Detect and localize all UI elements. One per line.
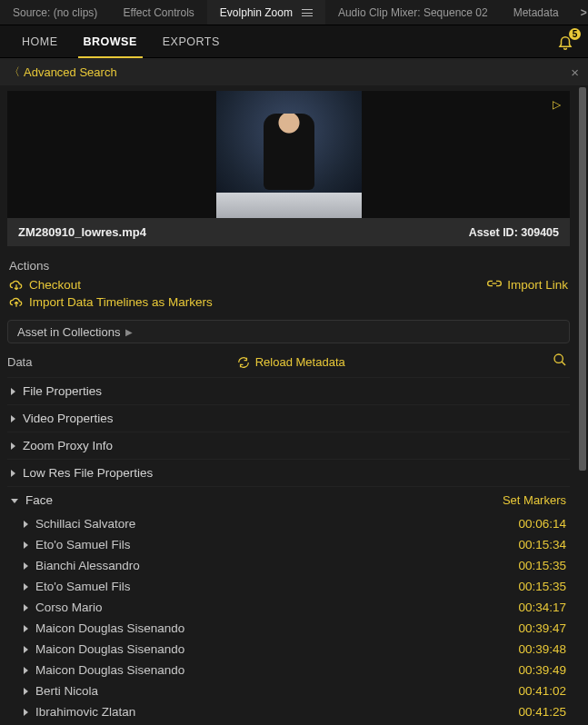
- caret-right-icon: [24, 709, 28, 716]
- reload-icon: [237, 356, 250, 369]
- face-item[interactable]: Ibrahimovic Zlatan00:41:25: [7, 701, 570, 722]
- scrollbar-track[interactable]: [577, 85, 588, 725]
- caret-right-icon: [24, 625, 28, 632]
- face-name: Berti Nicola: [35, 684, 98, 698]
- search-icon: [553, 353, 567, 367]
- notifications-button[interactable]: 5: [557, 34, 573, 50]
- caret-down-icon: [11, 499, 18, 503]
- advanced-search-label: Advanced Search: [24, 65, 117, 79]
- face-timestamp: 00:15:34: [518, 538, 566, 551]
- nav-item[interactable]: EXPORTS: [150, 25, 233, 57]
- caret-right-icon: [24, 646, 28, 653]
- face-name: Maicon Douglas Sisenando: [35, 642, 184, 656]
- caret-right-icon: [24, 521, 28, 528]
- face-timestamp: 00:15:35: [518, 559, 566, 572]
- panel-tab-strip: Source: (no clips)Effect ControlsEvolphi…: [0, 0, 588, 25]
- link-icon: [487, 278, 502, 292]
- group-label: Video Properties: [23, 412, 114, 425]
- advanced-search-back[interactable]: 〈 Advanced Search: [9, 65, 117, 80]
- metadata-group[interactable]: Low Res File Properties: [7, 459, 570, 486]
- svg-point-0: [554, 354, 563, 362]
- face-item[interactable]: Bianchi Alessandro00:15:35: [7, 555, 570, 576]
- face-item[interactable]: Maicon Douglas Sisenando00:39:47: [7, 618, 570, 639]
- panel-tab[interactable]: Effect Controls: [110, 0, 206, 25]
- data-header: Data Reload Metadata: [7, 353, 570, 372]
- caret-right-icon: [11, 415, 15, 422]
- caret-right-icon: [24, 688, 28, 695]
- import-markers-action[interactable]: Import Data Timelines as Markers: [9, 295, 213, 309]
- caret-right-icon: [11, 470, 15, 477]
- notifications-badge: 5: [569, 28, 581, 40]
- metadata-group[interactable]: Video Properties: [7, 404, 570, 432]
- caret-right-icon: [24, 667, 28, 674]
- face-item[interactable]: Maicon Douglas Sisenando00:39:49: [7, 660, 570, 680]
- face-item[interactable]: Eto'o Samuel Fils00:15:35: [7, 576, 570, 597]
- cloud-download-icon: [9, 279, 24, 292]
- face-item[interactable]: Maicon Douglas Sisenando00:39:48: [7, 639, 570, 660]
- panel-tab[interactable]: Source: (no clips): [0, 0, 110, 25]
- face-name: Eto'o Samuel Fils: [35, 580, 131, 593]
- video-thumbnail: [216, 91, 362, 218]
- face-name: Schillaci Salvatore: [35, 517, 135, 531]
- reload-label: Reload Metadata: [255, 355, 345, 369]
- asset-in-collections[interactable]: Asset in Collections ▶: [7, 320, 570, 343]
- reload-metadata-button[interactable]: Reload Metadata: [237, 355, 345, 369]
- import-markers-label: Import Data Timelines as Markers: [29, 295, 213, 309]
- face-name: Corso Mario: [35, 601, 103, 614]
- face-timestamp: 00:41:02: [518, 684, 566, 698]
- face-timestamp: 00:41:25: [518, 705, 566, 719]
- metadata-search-button[interactable]: [550, 353, 570, 372]
- scrollbar-thumb[interactable]: [579, 87, 586, 471]
- close-button[interactable]: ×: [571, 65, 579, 80]
- caret-right-icon: [24, 562, 28, 570]
- checkout-label: Checkout: [29, 278, 81, 292]
- panel-menu-icon[interactable]: [302, 9, 313, 16]
- face-timestamp: 00:15:35: [518, 580, 566, 593]
- group-face[interactable]: Face Set Markers: [7, 486, 570, 513]
- caret-right-icon: [24, 583, 28, 591]
- caret-right-icon: [24, 541, 28, 549]
- checkout-action[interactable]: Checkout: [9, 278, 81, 292]
- data-title: Data: [7, 355, 32, 369]
- panel-tab[interactable]: Metadata: [501, 0, 572, 25]
- group-face-label: Face: [25, 493, 53, 507]
- cloud-upload-icon: [9, 296, 24, 309]
- actions-title: Actions: [0, 250, 577, 276]
- group-label: Zoom Proxy Info: [23, 439, 113, 452]
- panel-tab[interactable]: Evolphin Zoom: [207, 0, 325, 25]
- face-timestamp: 00:06:14: [518, 517, 566, 531]
- caret-right-icon: [24, 604, 28, 611]
- asset-filename: ZM280910_lowres.mp4: [18, 225, 146, 239]
- group-label: Low Res File Properties: [23, 466, 153, 480]
- panel-tab[interactable]: Audio Clip Mixer: Sequence 02: [325, 0, 501, 25]
- advanced-search-bar: 〈 Advanced Search ×: [0, 58, 588, 85]
- nav-item[interactable]: HOME: [9, 25, 71, 57]
- preview-info-bar: ZM280910_lowres.mp4 Asset ID: 309405: [7, 218, 570, 246]
- preview-canvas[interactable]: ▷: [7, 91, 570, 218]
- nav-item[interactable]: BROWSE: [71, 25, 150, 57]
- face-item[interactable]: Eto'o Samuel Fils00:15:34: [7, 534, 570, 555]
- face-name: Maicon Douglas Sisenando: [35, 663, 184, 677]
- import-link-action[interactable]: Import Link: [487, 278, 568, 292]
- set-markers-button[interactable]: Set Markers: [503, 493, 566, 507]
- caret-right-icon: [11, 442, 15, 450]
- face-item[interactable]: Berti Nicola00:41:02: [7, 680, 570, 701]
- face-timestamp: 00:34:17: [518, 601, 566, 614]
- face-item[interactable]: Corso Mario00:34:17: [7, 597, 570, 618]
- collections-label: Asset in Collections: [17, 325, 120, 339]
- metadata-group[interactable]: Zoom Proxy Info: [7, 432, 570, 459]
- group-label: File Properties: [23, 384, 102, 398]
- panel-tabs-overflow[interactable]: >>: [572, 0, 588, 25]
- face-timestamp: 00:39:48: [518, 642, 566, 656]
- face-timestamp: 00:39:49: [518, 663, 566, 677]
- face-name: Bianchi Alessandro: [35, 559, 140, 572]
- face-timestamp: 00:39:47: [518, 621, 566, 635]
- app-root: Source: (no clips)Effect ControlsEvolphi…: [0, 0, 588, 725]
- body-inner[interactable]: ▷ ZM280910_lowres.mp4 Asset ID: 309405 A…: [0, 85, 577, 725]
- face-item[interactable]: Schillaci Salvatore00:06:14: [7, 513, 570, 534]
- play-icon[interactable]: ▷: [553, 98, 561, 111]
- face-name: Maicon Douglas Sisenando: [35, 621, 184, 635]
- face-name: Eto'o Samuel Fils: [35, 538, 131, 551]
- metadata-group[interactable]: File Properties: [7, 377, 570, 404]
- caret-right-icon: [11, 388, 15, 395]
